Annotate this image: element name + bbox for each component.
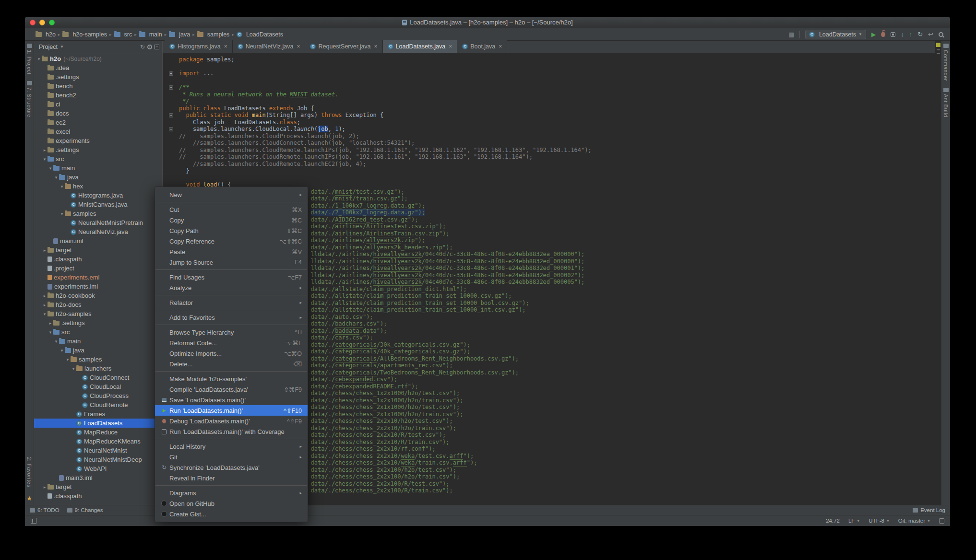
tree-item[interactable]: experiments [34, 136, 162, 145]
tree-item[interactable]: ▾src [34, 154, 162, 163]
fold-toggle-icon[interactable]: - [169, 85, 173, 90]
menu-item[interactable]: New▸ [155, 189, 308, 200]
menu-item[interactable]: Open on GitHub [155, 498, 308, 509]
toolwindow-button-favorites[interactable]: 2: Favorites [26, 457, 32, 487]
editor-tab[interactable]: Histograms.java× [165, 40, 233, 53]
tree-item[interactable]: NeuralNetMnistPretrain [34, 218, 162, 227]
tree-item[interactable]: docs [34, 109, 162, 118]
fold-toggle-icon[interactable]: - [169, 127, 173, 131]
code-line[interactable]: - public static void main(String[] args)… [163, 112, 935, 119]
code-line[interactable]: // samples.launchers.CloudRemote.launchI… [163, 147, 935, 154]
tree-item[interactable]: MnistCanvas.java [34, 200, 162, 209]
menu-item[interactable]: Copy Reference⌥⇧⌘C [155, 236, 308, 246]
tree-item[interactable]: main3.iml [34, 473, 162, 482]
tree-item[interactable]: experiments.iml [34, 282, 162, 291]
tree-item[interactable]: ▸.settings [34, 318, 162, 327]
toolwindow-button-project[interactable]: 1: Project [26, 44, 32, 74]
menu-item[interactable]: Make Module 'h2o-samples' [155, 373, 308, 384]
breadcrumb-item[interactable]: samples [197, 31, 230, 38]
tree-toggle-icon[interactable]: ▾ [42, 312, 48, 316]
breadcrumb-item[interactable]: LoadDatasets [237, 31, 283, 38]
minimize-button[interactable] [39, 20, 45, 25]
run-config-selector[interactable]: LoadDatasets ▼ [805, 30, 866, 39]
tree-item[interactable]: NeuralNetMnist [34, 446, 162, 455]
tree-item[interactable]: ▾java [34, 173, 162, 182]
debug-button[interactable] [881, 32, 885, 37]
tree-item[interactable]: WebAPI [34, 464, 162, 473]
zoom-button[interactable] [49, 20, 55, 25]
menu-item[interactable]: Reformat Code...⌥⌘L [155, 338, 308, 348]
tree-toggle-icon[interactable]: ▾ [59, 211, 65, 216]
tree-item[interactable]: .idea [34, 63, 162, 72]
collapse-all-icon[interactable] [155, 45, 159, 49]
editor-tab[interactable]: Boot.java× [457, 40, 507, 53]
window-titlebar[interactable]: LoadDatasets.java – [h2o-samples] – h2o … [25, 17, 950, 28]
breadcrumb-item[interactable]: main [139, 31, 162, 38]
tree-toggle-icon[interactable]: ▸ [42, 148, 48, 152]
error-stripe[interactable] [935, 41, 941, 505]
tree-toggle-icon[interactable]: ▸ [42, 485, 48, 490]
menu-item[interactable]: Add to Favorites▸ [155, 312, 308, 323]
code-line[interactable]: //samples.launchers.CloudConnect.launch(… [163, 140, 935, 147]
code-line[interactable]: // samples.launchers.CloudRemote.launchI… [163, 153, 935, 161]
tree-item[interactable]: CloudProcess [34, 391, 162, 400]
tree-item[interactable]: ▾main [34, 337, 162, 346]
tree-toggle-icon[interactable]: ▾ [65, 357, 71, 362]
vcs-update-button[interactable]: ↓ [901, 31, 904, 37]
tree-item[interactable]: .classpath [34, 491, 162, 501]
tree-item[interactable]: NeuralNetMnistDeep [34, 455, 162, 464]
coverage-button[interactable] [891, 32, 895, 37]
undo-button[interactable]: ↩ [928, 31, 933, 37]
tree-toggle-icon[interactable]: ▸ [48, 321, 53, 326]
editor-tab[interactable]: LoadDatasets.java× [383, 40, 458, 53]
tree-toggle-icon[interactable]: ▾ [59, 184, 65, 189]
toolwindow-button-structure[interactable]: 7: Structure [26, 81, 32, 117]
tree-item[interactable]: main.iml [34, 236, 162, 245]
toolwindow-button-commander[interactable]: Commander [943, 44, 949, 81]
menu-item[interactable]: Browse Type Hierarchy^H [155, 327, 308, 338]
tree-toggle-icon[interactable]: ▾ [53, 175, 59, 180]
tree-item[interactable]: .project [34, 264, 162, 273]
menu-item[interactable]: Git▸ [155, 452, 308, 462]
close-tab-icon[interactable]: × [224, 44, 227, 49]
tree-item[interactable]: ▸h2o-docs [34, 300, 162, 309]
menu-item[interactable]: Copy⌘C [155, 215, 308, 225]
tree-item[interactable]: ▾main [34, 163, 162, 173]
tree-item[interactable]: excel [34, 127, 162, 136]
menu-item[interactable]: Save 'LoadDatasets.main()' [155, 395, 308, 405]
tree-toggle-icon[interactable]: ▾ [53, 339, 59, 344]
tree-item[interactable]: MapReduceKMeans [34, 437, 162, 446]
layout-icon[interactable]: ▦ [789, 32, 794, 37]
tree-item[interactable]: ▾launchers [34, 364, 162, 373]
tree-item[interactable]: Histograms.java [34, 191, 162, 200]
tree-item[interactable]: ▾h2o-samples [34, 309, 162, 318]
menu-item[interactable]: Local History▸ [155, 441, 308, 452]
editor-tab[interactable]: NeuralNetViz.java× [233, 40, 306, 53]
tree-toggle-icon[interactable]: ▾ [42, 157, 48, 162]
menu-item[interactable]: Run 'LoadDatasets.main()' with Coverage [155, 426, 308, 437]
menu-item[interactable]: ↻Synchronize 'LoadDatasets.java' [155, 462, 308, 473]
menu-item[interactable]: Reveal in Finder [155, 473, 308, 483]
menu-item[interactable]: Paste⌘V [155, 246, 308, 257]
code-line[interactable]: - samples.launchers.CloudLocal.launch(jo… [163, 126, 935, 133]
tree-item[interactable]: ▾src [34, 327, 162, 337]
favorites-star-icon[interactable]: ★ [26, 495, 32, 502]
menu-item[interactable]: Cut⌘X [155, 204, 308, 215]
tree-toggle-icon[interactable]: ▸ [42, 303, 48, 307]
tree-item[interactable]: ci [34, 100, 162, 109]
breadcrumb-item[interactable]: h2o [36, 31, 56, 38]
menu-item[interactable]: Refactor▸ [155, 297, 308, 308]
tree-item[interactable]: NeuralNetViz.java [34, 227, 162, 236]
code-line[interactable]: //samples.launchers.CloudRemote.launchEC… [163, 161, 935, 168]
menu-item[interactable]: Copy Path⇧⌘C [155, 225, 308, 236]
tree-toggle-icon[interactable]: ▾ [71, 366, 76, 371]
tree-item[interactable]: Frames [34, 409, 162, 419]
menu-item[interactable]: ▶Run 'LoadDatasets.main()'^⇧F10 [155, 405, 308, 416]
code-line[interactable] [163, 77, 935, 84]
encoding-selector[interactable]: UTF-8 ▼ [869, 518, 890, 524]
menu-item[interactable]: Diagrams▸ [155, 488, 308, 498]
gear-icon[interactable] [147, 45, 152, 49]
breadcrumb-item[interactable]: h2o-samples [62, 31, 107, 38]
git-branch-selector[interactable]: Git: master ▼ [898, 518, 930, 524]
tree-item[interactable]: CloudConnect [34, 373, 162, 382]
